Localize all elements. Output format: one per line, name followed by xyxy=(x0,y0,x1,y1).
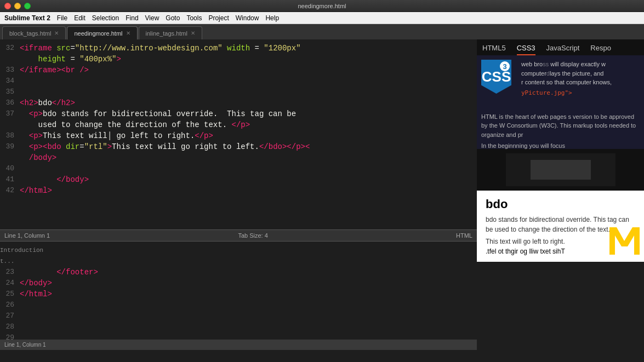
line-content: </html> xyxy=(20,289,477,300)
code-line: 26 xyxy=(0,300,477,311)
minimize-button[interactable] xyxy=(14,3,21,9)
line-content: </body> xyxy=(20,174,477,185)
browser-preview: bdo bdo stands for bidirectional overrid… xyxy=(477,149,644,262)
menu-goto[interactable]: Goto xyxy=(166,14,180,22)
css-logo: CSS 3 xyxy=(481,60,511,94)
nav-tab-javascript[interactable]: JavaScript xyxy=(546,44,580,55)
menu-tools[interactable]: Tools xyxy=(186,14,202,22)
editor-upper[interactable]: 32 <iframe src="http://www.intro-webdesi… xyxy=(0,39,477,229)
code-line: 29 xyxy=(0,332,477,339)
tab-block-tags[interactable]: block_tags.html ✕ xyxy=(2,26,66,39)
menu-bar: Sublime Text 2 File Edit Selection Find … xyxy=(0,12,644,24)
code-line: 37 <p>bdo stands for bidirectional overr… xyxy=(0,108,477,119)
line-number: 35 xyxy=(0,87,20,97)
line-content: <p>bdo stands for bidirectional override… xyxy=(20,108,477,119)
tab-bar: block_tags.html ✕ needingmore.html ✕ inl… xyxy=(0,24,644,39)
css-logo-text: CSS xyxy=(482,68,511,85)
bdo-preview: bdo bdo stands for bidirectional overrid… xyxy=(477,191,644,262)
menu-window[interactable]: Window xyxy=(236,14,259,22)
line-content: <p><bdo dir="rtl">This text will go righ… xyxy=(20,141,477,152)
html-description: HTML is the heart of web pages s version… xyxy=(477,112,644,143)
tab-inline-tags[interactable]: inline_tags.html ✕ xyxy=(139,26,202,39)
code-line: 23 </footer> xyxy=(0,267,477,278)
code-line: 42 </html> xyxy=(0,185,477,196)
line-content: <iframe src="http://www.intro-webdesign.… xyxy=(20,43,477,54)
code-line: 28 xyxy=(0,321,477,332)
code-line: 33 </iframe><br /> xyxy=(0,65,477,76)
line-number: 34 xyxy=(0,76,20,87)
nav-tab-responsive[interactable]: Respo xyxy=(590,44,611,55)
tab-needingmore[interactable]: needingmore.html ✕ xyxy=(67,26,137,39)
status-bar-upper: Line 1, Column 1 Tab Size: 4 HTML xyxy=(0,229,477,241)
tab-close-icon[interactable]: ✕ xyxy=(126,30,130,36)
nav-tab-html5[interactable]: HTML5 xyxy=(482,44,506,55)
line-number: 25 xyxy=(0,289,20,300)
tab-label: block_tags.html xyxy=(9,30,51,37)
code-line: 35 xyxy=(0,87,477,97)
menu-help[interactable]: Help xyxy=(265,14,279,22)
line-number: 26 xyxy=(0,300,20,311)
code-line: 32 <iframe src="http://www.intro-webdesi… xyxy=(0,43,477,54)
web-description-text: web bross will display exactly w compute… xyxy=(521,60,640,87)
line-content: height = "400px%"> xyxy=(20,54,477,65)
menu-find[interactable]: Find xyxy=(126,14,138,22)
web-content: CSS 3 web bross will display exactly w c… xyxy=(477,55,644,112)
css-logo-container: CSS 3 xyxy=(481,60,517,108)
menu-view[interactable]: View xyxy=(145,14,159,22)
line-number: 40 xyxy=(0,163,20,174)
line-number: 36 xyxy=(0,97,20,108)
line-number: Introduction t... xyxy=(0,245,20,267)
line-number: 38 xyxy=(0,130,20,141)
menu-project[interactable]: Project xyxy=(208,14,229,22)
svg-marker-0 xyxy=(609,227,640,255)
menu-edit[interactable]: Edit xyxy=(74,14,86,22)
code-line: 41 </body> xyxy=(0,174,477,185)
bdo-title: bdo xyxy=(486,197,635,211)
michigan-logo xyxy=(609,227,640,257)
line-number: 39 xyxy=(0,141,20,152)
intro-text: In the beginnning you will focus xyxy=(477,142,644,149)
line-number: 37 xyxy=(0,108,20,119)
menu-file[interactable]: File xyxy=(57,14,67,22)
line-number: 23 xyxy=(0,267,20,278)
line-number: 27 xyxy=(0,311,20,321)
editor-lower[interactable]: Introduction t... 23 </footer> 24 </body… xyxy=(0,241,477,339)
line-content: </body> xyxy=(20,278,477,289)
code-line: 24 </body> xyxy=(0,278,477,289)
code-line: /body> xyxy=(0,152,477,163)
code-link: yPicture.jpg"> xyxy=(521,89,640,96)
line-number: 41 xyxy=(0,174,20,185)
maximize-button[interactable] xyxy=(24,3,31,9)
video-placeholder xyxy=(506,153,615,186)
cursor-position: Line 1, Column 1 xyxy=(4,232,50,239)
nav-tabs: HTML5 CSS3 JavaScript Respo xyxy=(477,39,644,55)
menu-selection[interactable]: Selection xyxy=(92,14,119,22)
cursor-position-lower: Line 1, Column 1 xyxy=(4,342,46,348)
code-line: 25 </html> xyxy=(0,289,477,300)
line-content: </footer> xyxy=(20,267,477,278)
menu-sublime-text[interactable]: Sublime Text 2 xyxy=(4,14,50,22)
window-title: needingmore.html xyxy=(298,3,346,9)
line-content: </iframe><br /> xyxy=(20,65,477,76)
tab-label: inline_tags.html xyxy=(146,30,187,37)
line-number: 29 xyxy=(0,332,20,339)
code-line: Introduction t... xyxy=(0,245,477,267)
web-top: HTML5 CSS3 JavaScript Respo CSS 3 xyxy=(477,39,644,149)
code-line: 39 <p><bdo dir="rtl">This text will go r… xyxy=(0,141,477,152)
content-area: 32 <iframe src="http://www.intro-webdesi… xyxy=(0,39,644,350)
status-bar-lower: Line 1, Column 1 xyxy=(0,340,477,350)
nav-tab-css3[interactable]: CSS3 xyxy=(517,44,535,55)
code-line: 38 <p>This text will│ go left to right.<… xyxy=(0,130,477,141)
code-line: 36 <h2>bdo</h2> xyxy=(0,97,477,108)
line-content: used to change the direction of the text… xyxy=(20,119,477,130)
tab-close-icon[interactable]: ✕ xyxy=(191,30,195,36)
code-line: height = "400px%"> xyxy=(0,54,477,65)
line-number: 24 xyxy=(0,278,20,289)
code-line: 40 xyxy=(0,163,477,174)
line-content: /body> xyxy=(20,152,477,163)
title-bar: needingmore.html xyxy=(0,0,644,12)
video-area xyxy=(477,149,644,191)
tab-close-icon[interactable]: ✕ xyxy=(54,30,59,36)
close-button[interactable] xyxy=(4,3,11,9)
right-pane: HTML5 CSS3 JavaScript Respo CSS 3 xyxy=(477,39,644,350)
